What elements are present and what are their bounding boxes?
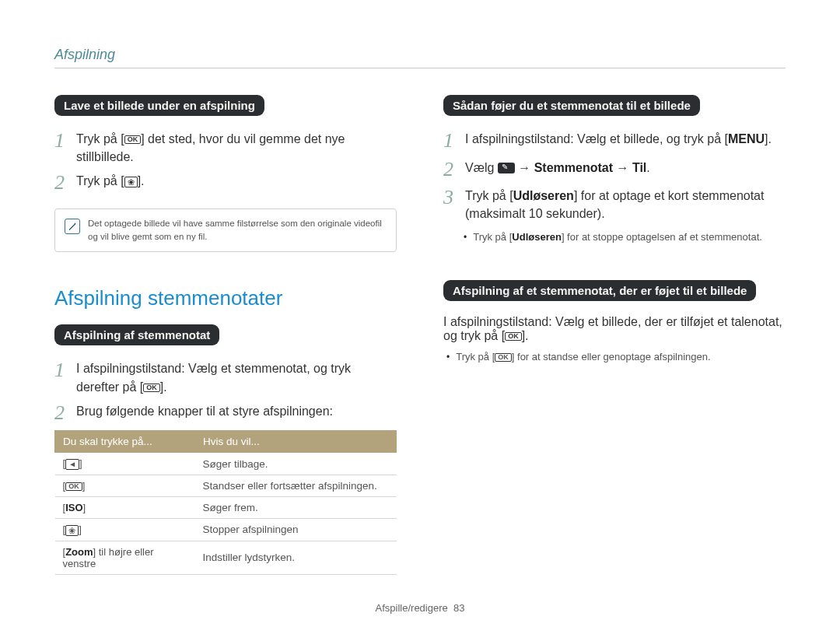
running-head: Afspilning — [54, 47, 786, 68]
iso-label: ISO — [65, 502, 82, 513]
table-row: [Zoom] til højre eller venstre Indstille… — [55, 541, 397, 574]
bullet-dot-icon: • — [464, 232, 467, 243]
ok-icon: OK — [505, 332, 522, 341]
pill-play-voicememo: Afspilning af stemmenotat — [54, 324, 219, 345]
text: Vælg — [465, 161, 498, 174]
table-header: Du skal trykke på... — [55, 431, 195, 453]
step-number: 1 — [54, 130, 72, 152]
bullet: • Tryk på [Udløseren] for at stoppe opta… — [464, 229, 786, 245]
bullet-text: Tryk på [OK] for at standse eller genopt… — [456, 349, 710, 365]
pill-capture-during-playback: Lave et billede under en afspilning — [54, 95, 264, 116]
footer-page-number: 83 — [453, 602, 464, 614]
ok-icon: OK — [495, 353, 512, 362]
tools-icon — [498, 163, 515, 173]
pill-add-voicememo: Sådan føjer du et stemmenotat til et bil… — [443, 95, 700, 116]
table-cell: Indstiller lydstyrken. — [195, 541, 397, 574]
bullet-text: Tryk på [Udløseren] for at stoppe optage… — [473, 229, 762, 245]
text: ] for at stoppe optagelsen af et stemmen… — [562, 231, 762, 243]
text: Tryk på [ — [465, 189, 513, 202]
vm-step1: I afspilningstilstand: Vælg et stemmenot… — [76, 359, 397, 395]
flower-icon: ❀ — [124, 177, 138, 187]
bullet: • Tryk på [OK] for at standse eller geno… — [446, 349, 786, 365]
right-column: Sådan føjer du et stemmenotat til et bil… — [443, 95, 786, 575]
table-row: [ISO] Søger frem. — [55, 497, 397, 519]
pill-play-attached-voicememo: Afspilning af et stemmenotat, der er føj… — [443, 280, 756, 301]
section-title-voicememos: Afspilning stemmenotater — [54, 286, 397, 310]
text: ]. — [765, 132, 772, 145]
r-step2: Vælg → Stemmenotat → Til. — [465, 159, 786, 177]
note-info-icon — [65, 219, 80, 234]
text: Tryk på [ — [456, 351, 495, 363]
controls-table: Du skal trykke på... Hvis du vil... [◄] … — [54, 430, 397, 574]
r2-body: I afspilningstilstand: Vælg et billede, … — [443, 315, 786, 343]
text: → — [613, 161, 632, 174]
left-column: Lave et billede under en afspilning 1 Tr… — [54, 95, 397, 575]
vm-step2: Brug følgende knapper til at styre afspi… — [76, 402, 397, 420]
text-bold: Stemmenotat — [534, 161, 613, 174]
step-1-body: Tryk på [OK] det sted, hvor du vil gemme… — [76, 130, 397, 166]
table-cell: Standser eller fortsætter afspilningen. — [195, 475, 397, 497]
text: ]. — [522, 329, 529, 342]
text: Tryk på [ — [76, 132, 124, 145]
step-number: 1 — [54, 359, 72, 382]
r-step3: Tryk på [Udløseren] for at optage et kor… — [465, 187, 786, 222]
table-row: [❀] Stopper afspilningen — [55, 519, 397, 541]
step-number: 2 — [54, 172, 72, 194]
text: ] for at standse eller genoptage afspiln… — [512, 351, 711, 363]
text: ]. — [160, 380, 167, 394]
text-bold: Udløseren — [513, 189, 574, 202]
menu-label: MENU — [728, 132, 765, 145]
step-number: 3 — [443, 187, 460, 209]
footer-label: Afspille/redigere — [376, 602, 448, 614]
text: I afspilningstilstand: Vælg et billede, … — [443, 315, 782, 342]
zoom-label: Zoom — [65, 546, 93, 558]
svg-point-0 — [75, 222, 76, 224]
table-header: Hvis du vil... — [195, 431, 397, 453]
table-row: [◄] Søger tilbage. — [55, 453, 397, 475]
bullet-dot-icon: • — [446, 352, 450, 363]
text: → — [515, 161, 534, 174]
step-2-body: Tryk på [❀]. — [76, 172, 397, 190]
text: Tryk på [ — [76, 174, 124, 187]
table-cell: Søger frem. — [195, 497, 397, 519]
note-text: Det optagede billede vil have samme fils… — [88, 217, 387, 244]
flower-icon: ❀ — [65, 525, 79, 536]
ok-icon: OK — [143, 384, 160, 392]
text: . — [646, 161, 649, 174]
table-cell: Stopper afspilningen — [195, 519, 397, 541]
text: Tryk på [ — [473, 231, 512, 243]
text: I afspilningstilstand: Vælg et stemmenot… — [76, 362, 351, 393]
r-step1: I afspilningstilstand: Vælg et billede, … — [465, 130, 786, 148]
step-number: 2 — [443, 159, 460, 181]
text-bold: Udløseren — [512, 231, 562, 243]
table-row: [OK] Standser eller fortsætter afspilnin… — [55, 475, 397, 497]
step-number: 1 — [443, 130, 460, 152]
text: ]. — [138, 174, 145, 187]
table-cell: Søger tilbage. — [195, 453, 397, 475]
text-bold: Til — [632, 161, 646, 174]
text: I afspilningstilstand: Vælg et billede, … — [465, 132, 728, 145]
step-number: 2 — [54, 402, 72, 425]
note-box: Det optagede billede vil have samme fils… — [54, 208, 397, 253]
ok-icon: OK — [124, 135, 142, 144]
left-icon: ◄ — [65, 459, 79, 470]
page-footer: Afspille/redigere 83 — [0, 602, 840, 614]
ok-icon: OK — [65, 482, 82, 491]
